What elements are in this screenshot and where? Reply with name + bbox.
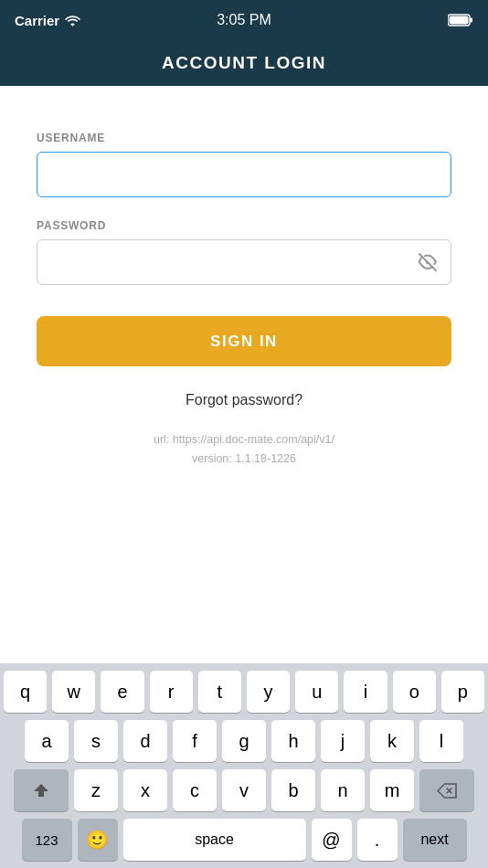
password-label: PASSWORD xyxy=(37,219,451,232)
keyboard-row-2: a s d f g h j k l xyxy=(4,720,484,762)
key-k[interactable]: k xyxy=(370,720,414,762)
key-x[interactable]: x xyxy=(123,769,167,811)
battery-area xyxy=(448,14,473,26)
key-p[interactable]: p xyxy=(441,671,484,713)
key-b[interactable]: b xyxy=(271,769,315,811)
key-y[interactable]: y xyxy=(247,671,290,713)
at-key[interactable]: @ xyxy=(312,819,352,861)
app-header: ACCOUNT LOGIN xyxy=(0,40,488,86)
space-key[interactable]: space xyxy=(123,819,306,861)
carrier-label: Carrier xyxy=(15,13,80,28)
key-o[interactable]: o xyxy=(393,671,436,713)
battery-icon xyxy=(448,14,473,26)
key-m[interactable]: m xyxy=(370,769,414,811)
key-z[interactable]: z xyxy=(74,769,118,811)
key-s[interactable]: s xyxy=(74,720,118,762)
main-content: USERNAME PASSWORD SIGN IN Forgot passwor… xyxy=(0,86,488,497)
shift-icon xyxy=(32,781,50,799)
toggle-password-visibility-button[interactable] xyxy=(417,251,439,273)
password-input[interactable] xyxy=(37,239,451,285)
key-u[interactable]: u xyxy=(295,671,338,713)
keyboard: q w e r t y u i o p a s d f g h j k l z … xyxy=(0,663,488,868)
svg-rect-2 xyxy=(471,18,473,23)
status-time: 3:05 PM xyxy=(217,12,271,28)
page-title: ACCOUNT LOGIN xyxy=(162,53,326,73)
svg-rect-1 xyxy=(450,16,469,25)
key-a[interactable]: a xyxy=(25,720,69,762)
emoji-key[interactable]: 🙂 xyxy=(78,819,118,861)
key-c[interactable]: c xyxy=(173,769,217,811)
key-e[interactable]: e xyxy=(101,671,143,713)
numbers-key[interactable]: 123 xyxy=(22,819,72,861)
key-w[interactable]: w xyxy=(52,671,95,713)
next-key[interactable]: next xyxy=(403,819,467,861)
key-n[interactable]: n xyxy=(321,769,365,811)
key-d[interactable]: d xyxy=(123,720,167,762)
status-bar: Carrier 3:05 PM xyxy=(0,0,488,40)
username-field-wrapper xyxy=(37,152,451,197)
key-g[interactable]: g xyxy=(222,720,266,762)
wifi-icon xyxy=(65,15,80,26)
username-input[interactable] xyxy=(37,152,451,197)
period-key[interactable]: . xyxy=(357,819,398,861)
key-t[interactable]: t xyxy=(198,671,241,713)
key-v[interactable]: v xyxy=(222,769,266,811)
password-field-wrapper xyxy=(37,239,451,285)
key-f[interactable]: f xyxy=(173,720,217,762)
carrier-text: Carrier xyxy=(15,13,59,28)
key-j[interactable]: j xyxy=(321,720,365,762)
eye-slash-icon xyxy=(417,251,439,273)
backspace-key[interactable] xyxy=(419,769,474,811)
key-i[interactable]: i xyxy=(344,671,387,713)
key-r[interactable]: r xyxy=(150,671,193,713)
keyboard-row-1: q w e r t y u i o p xyxy=(4,671,484,713)
keyboard-row-4: 123 🙂 space @ . next xyxy=(4,819,484,861)
forgot-password-link[interactable]: Forgot password? xyxy=(37,392,451,408)
version-url: url: https://api.doc-mate.com/api/v1/ xyxy=(37,430,451,450)
shift-key[interactable] xyxy=(14,769,69,811)
version-info: url: https://api.doc-mate.com/api/v1/ ve… xyxy=(37,430,451,470)
key-l[interactable]: l xyxy=(419,720,463,762)
keyboard-row-3: z x c v b n m xyxy=(4,769,484,811)
username-label: USERNAME xyxy=(37,132,451,144)
sign-in-button[interactable]: SIGN IN xyxy=(37,316,451,366)
key-q[interactable]: q xyxy=(4,671,47,713)
key-h[interactable]: h xyxy=(271,720,315,762)
version-number: version: 1.1.18-1226 xyxy=(37,450,451,469)
backspace-icon xyxy=(437,783,457,799)
